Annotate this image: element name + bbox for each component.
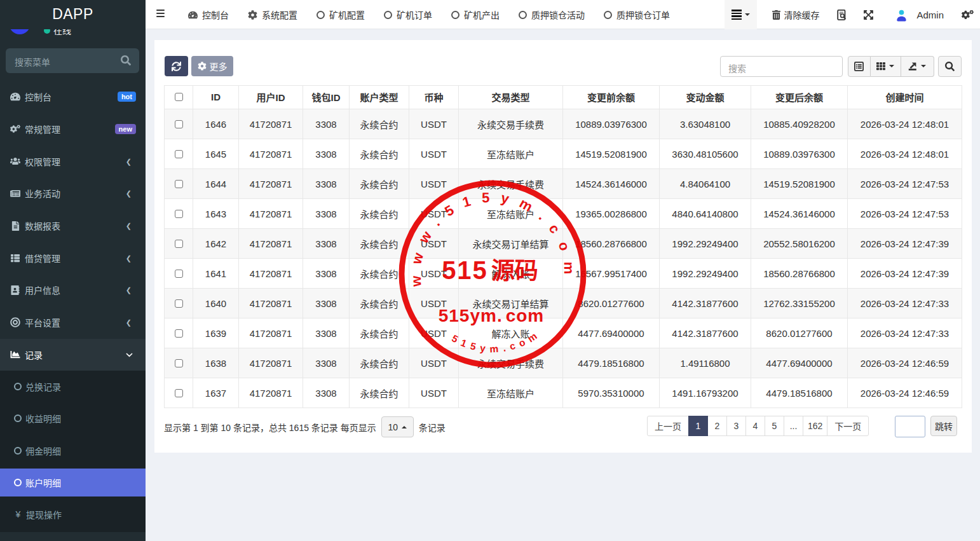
- svg-text:515ym.com: 515ym.com: [450, 327, 543, 354]
- svg-text:515源码: 515源码: [442, 256, 538, 284]
- svg-text:515ym.com: 515ym.com: [439, 306, 545, 325]
